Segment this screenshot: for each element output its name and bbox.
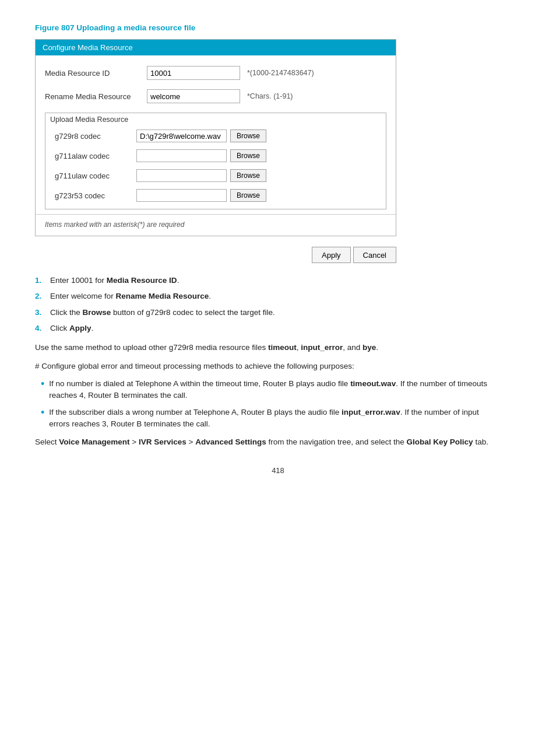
g723r53-codec-row: g723r53 codec Browse [45,186,386,205]
bullet-1: • If no number is dialed at Telephone A … [41,378,490,402]
bullet-list: • If no number is dialed at Telephone A … [41,378,490,430]
step-2-num: 2. [35,290,48,302]
page-number: 418 [35,466,521,475]
g711alaw-browse-button[interactable]: Browse [230,149,266,162]
media-resource-id-input[interactable] [147,66,240,80]
g729r8-codec-row: g729r8 codec Browse [45,126,386,146]
g711ulaw-codec-input[interactable] [136,169,227,182]
media-resource-id-hint: *(1000-2147483647) [247,69,314,77]
rename-media-resource-hint: *Chars. (1-91) [247,92,293,100]
step-2: 2. Enter welcome for Rename Media Resour… [35,290,490,302]
g711alaw-codec-input[interactable] [136,149,227,162]
g723r53-codec-input[interactable] [136,189,227,202]
cancel-button[interactable]: Cancel [353,247,396,263]
bullet-2-text: If the subscriber dials a wrong number a… [49,407,490,430]
figure-title: Figure 807 Uploading a media resource fi… [35,23,521,32]
step-4-num: 4. [35,323,48,334]
step-1-text: Enter 10001 for Media Resource ID. [50,275,179,286]
paragraph-1: Use the same method to upload other g729… [35,341,490,354]
bullet-1-text: If no number is dialed at Telephone A wi… [49,378,490,402]
paragraph-2: # Configure global error and timeout pro… [35,360,490,373]
upload-section-title: Upload Media Resource [45,113,386,126]
g723r53-codec-label: g723r53 codec [55,191,136,200]
g729r8-browse-button[interactable]: Browse [230,130,266,142]
form-body: Media Resource ID *(1000-2147483647) Ren… [36,55,396,236]
step-4: 4. Click Apply. [35,323,490,334]
step-3-num: 3. [35,307,48,318]
form-note: Items marked with an asterisk(*) are req… [36,217,396,230]
media-resource-id-label: Media Resource ID [45,69,147,78]
rename-media-resource-row: Rename Media Resource *Chars. (1-91) [36,85,396,108]
step-4-text: Click Apply. [50,323,93,334]
g711alaw-codec-row: g711alaw codec Browse [45,146,386,166]
upload-media-resource-section: Upload Media Resource g729r8 codec Brows… [45,113,386,209]
media-resource-id-row: Media Resource ID *(1000-2147483647) [36,61,396,85]
bullet-2-dot: • [41,405,44,420]
form-header: Configure Media Resource [36,40,396,55]
g723r53-browse-button[interactable]: Browse [230,189,266,202]
paragraph-3: Select Voice Management > IVR Services >… [35,436,490,449]
steps-list: 1. Enter 10001 for Media Resource ID. 2.… [35,275,490,334]
g711alaw-codec-label: g711alaw codec [55,152,136,160]
bullet-1-dot: • [41,377,44,391]
configure-media-resource-form: Configure Media Resource Media Resource … [35,39,396,236]
g711ulaw-browse-button[interactable]: Browse [230,169,266,182]
rename-media-resource-label: Rename Media Resource [45,92,147,101]
step-3: 3. Click the Browse button of g729r8 cod… [35,307,490,318]
g729r8-codec-input[interactable] [136,130,227,142]
step-1-num: 1. [35,275,48,286]
step-3-text: Click the Browse button of g729r8 codec … [50,307,275,318]
bullet-2: • If the subscriber dials a wrong number… [41,407,490,430]
action-row: Apply Cancel [35,242,396,264]
g729r8-codec-label: g729r8 codec [55,132,136,141]
g711ulaw-codec-label: g711ulaw codec [55,172,136,180]
rename-media-resource-input[interactable] [147,89,240,103]
step-1: 1. Enter 10001 for Media Resource ID. [35,275,490,286]
instructions: 1. Enter 10001 for Media Resource ID. 2.… [35,275,490,449]
g711ulaw-codec-row: g711ulaw codec Browse [45,166,386,186]
step-2-text: Enter welcome for Rename Media Resource. [50,290,211,302]
apply-button[interactable]: Apply [312,247,351,263]
